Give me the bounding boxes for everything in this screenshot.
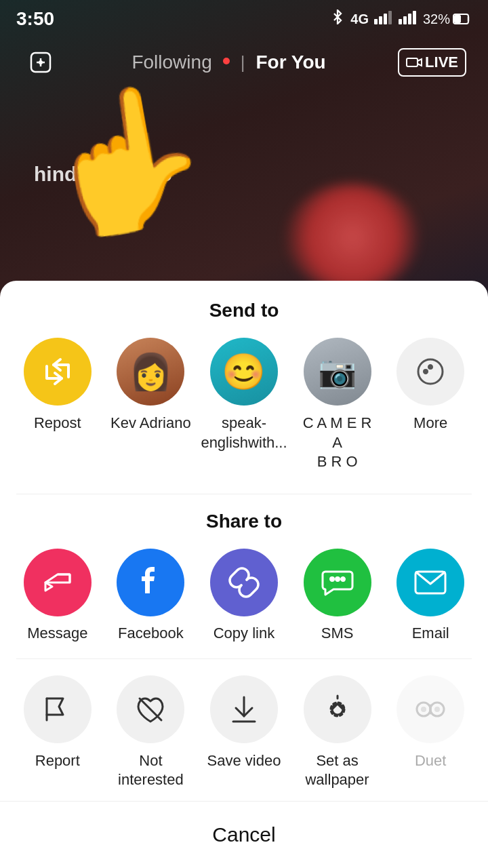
send-to-title: Send to: [0, 300, 488, 321]
svg-point-11: [39, 60, 43, 64]
hand-gesture-overlay: 👆: [28, 68, 222, 254]
email-label: Email: [412, 625, 449, 642]
email-icon-circle: [396, 549, 464, 616]
contact-repost[interactable]: Repost: [17, 338, 98, 433]
svg-point-20: [330, 577, 333, 580]
facebook-label: Facebook: [118, 625, 184, 642]
cancel-button[interactable]: Cancel: [0, 802, 488, 868]
kev-avatar: 👩: [117, 338, 184, 406]
more-label: More: [413, 414, 447, 433]
svg-rect-4: [399, 19, 402, 24]
contact-camera[interactable]: 📷 C A M E R AB R O: [297, 338, 378, 472]
svg-point-21: [336, 577, 339, 580]
share-row: Message Facebook Copy link: [0, 549, 488, 642]
action-report[interactable]: Report: [17, 675, 98, 771]
share-actions-divider: [16, 658, 472, 659]
speak-avatar: 😊: [210, 338, 278, 406]
svg-rect-0: [374, 19, 378, 24]
duet-label: Duet: [415, 751, 446, 771]
svg-rect-12: [407, 58, 418, 66]
live-dot: [223, 58, 230, 64]
camera-avatar: 📷: [304, 338, 371, 406]
action-duet: Duet: [390, 675, 471, 771]
share-message[interactable]: Message: [17, 549, 98, 642]
share-facebook[interactable]: Facebook: [110, 549, 191, 642]
action-set-wallpaper[interactable]: Set aswallpaper: [297, 675, 378, 790]
contact-more[interactable]: More: [390, 338, 471, 433]
share-email[interactable]: Email: [390, 549, 471, 642]
contacts-row: Repost 👩 Kev Adriano 😊 speak-englishwith…: [0, 338, 488, 472]
top-nav: Following | For You LIVE: [0, 38, 488, 87]
share-to-title: Share to: [0, 511, 488, 532]
repost-label: Repost: [34, 414, 81, 433]
not-interested-icon-circle: [117, 675, 184, 743]
sms-label: SMS: [321, 625, 354, 642]
signal-bars: [374, 9, 393, 28]
svg-rect-2: [384, 14, 387, 24]
svg-point-14: [424, 370, 428, 374]
share-bottom-sheet: Send to Repost 👩 Kev Adriano: [0, 281, 488, 868]
copylink-label: Copy link: [214, 625, 274, 642]
signal-bars-2: [399, 9, 418, 28]
svg-rect-5: [403, 16, 407, 24]
report-label: Report: [35, 751, 80, 771]
svg-point-32: [434, 707, 440, 712]
for-you-tab[interactable]: For You: [256, 52, 325, 73]
action-not-interested[interactable]: Notinterested: [110, 675, 191, 790]
svg-marker-16: [45, 574, 70, 583]
status-icons: 4G 32%: [330, 9, 472, 28]
video-blur-object: [285, 183, 420, 292]
network-4g: 4G: [350, 12, 369, 27]
following-tab[interactable]: Following: [131, 52, 211, 73]
svg-marker-17: [45, 583, 52, 591]
copylink-icon-circle: [210, 549, 278, 616]
status-time: 3:50: [16, 8, 54, 30]
contact-speak[interactable]: 😊 speak-englishwith...: [203, 338, 285, 452]
svg-point-31: [421, 707, 426, 712]
speak-label: speak-englishwith...: [201, 414, 287, 452]
nav-tabs: Following | For You: [131, 52, 325, 73]
camera-label: C A M E R AB R O: [297, 414, 378, 472]
status-bar: 3:50 4G 32%: [0, 0, 488, 38]
save-video-label: Save video: [207, 751, 281, 771]
live-button[interactable]: LIVE: [398, 48, 466, 77]
save-video-icon-circle: [210, 675, 278, 743]
svg-rect-7: [413, 11, 416, 24]
message-icon-circle: [24, 549, 92, 616]
sms-icon-circle: [304, 549, 371, 616]
svg-point-15: [429, 366, 432, 369]
send-share-divider: [16, 494, 472, 494]
share-copylink[interactable]: Copy link: [203, 549, 285, 642]
bluetooth-icon: [330, 9, 345, 28]
svg-point-28: [332, 704, 343, 715]
report-icon-circle: [24, 675, 92, 743]
repost-avatar: [24, 338, 92, 406]
kev-label: Kev Adriano: [110, 414, 191, 433]
effects-button[interactable]: [22, 43, 60, 81]
duet-icon-circle: [396, 675, 464, 743]
svg-rect-9: [455, 16, 460, 22]
svg-rect-1: [379, 16, 382, 24]
not-interested-label: Notinterested: [118, 751, 184, 790]
set-wallpaper-icon-circle: [304, 675, 371, 743]
svg-rect-3: [388, 11, 392, 24]
share-sms[interactable]: SMS: [297, 549, 378, 642]
message-label: Message: [27, 625, 87, 642]
contact-kev[interactable]: 👩 Kev Adriano: [110, 338, 191, 433]
svg-point-13: [418, 359, 443, 384]
battery: 32%: [423, 12, 472, 27]
action-save-video[interactable]: Save video: [203, 675, 285, 771]
facebook-icon-circle: [117, 549, 184, 616]
svg-point-22: [341, 577, 344, 580]
action-row: Report Notinterested Save video: [0, 675, 488, 790]
more-avatar: [396, 338, 464, 406]
set-wallpaper-label: Set aswallpaper: [305, 751, 369, 790]
svg-rect-6: [408, 14, 411, 24]
